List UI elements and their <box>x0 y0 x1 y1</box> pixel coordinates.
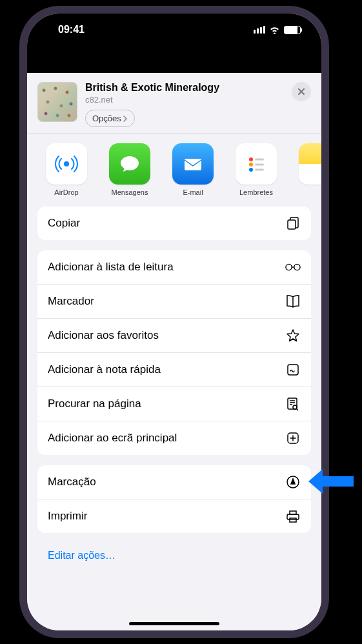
notes-icon <box>299 143 321 185</box>
page-url: c82.net <box>85 95 284 105</box>
action-section-extra: Marcação Imprimir <box>37 465 311 533</box>
svg-point-2 <box>249 157 253 161</box>
findpage-icon <box>285 396 301 412</box>
share-app-notes[interactable] <box>290 143 321 196</box>
svg-rect-1 <box>185 159 201 170</box>
action-label: Adicionar aos favoritos <box>48 329 159 342</box>
status-time: 09:41 <box>48 24 85 35</box>
close-icon <box>297 87 306 96</box>
background-strip <box>27 46 321 73</box>
app-label: E-mail <box>183 188 203 196</box>
action-print[interactable]: Imprimir <box>37 499 311 533</box>
action-label: Adicionar ao ecrã principal <box>48 432 177 445</box>
action-find-on-page[interactable]: Procurar na página <box>37 387 311 421</box>
share-app-airdrop[interactable]: AirDrop <box>37 143 96 196</box>
edit-actions-link[interactable]: Editar ações… <box>27 543 321 568</box>
close-button[interactable] <box>292 82 311 101</box>
action-section-main: Adicionar à lista de leitura Marcador Ad… <box>37 250 311 455</box>
header-info: British & Exotic Mineralogy c82.net Opçõ… <box>85 82 284 127</box>
options-label: Opções <box>92 114 121 123</box>
phone-screen: 09:41 British & Exotic Mineralogy c82.ne… <box>27 14 321 630</box>
page-title: British & Exotic Mineralogy <box>85 82 284 94</box>
action-favorites[interactable]: Adicionar aos favoritos <box>37 319 311 353</box>
app-label: AirDrop <box>54 188 78 196</box>
action-quick-note[interactable]: Adicionar à nota rápida <box>37 353 311 387</box>
status-indicators <box>254 26 301 34</box>
reminders-icon <box>236 143 277 185</box>
action-markup[interactable]: Marcação <box>37 465 311 499</box>
action-label: Procurar na página <box>48 397 141 410</box>
quicknote-icon <box>285 362 301 377</box>
action-label: Imprimir <box>48 510 87 523</box>
action-reading-list[interactable]: Adicionar à lista de leitura <box>37 250 311 285</box>
svg-point-9 <box>286 264 292 270</box>
dynamic-island <box>136 15 213 35</box>
callout-arrow-icon <box>308 468 354 495</box>
markup-icon <box>285 474 301 490</box>
svg-point-4 <box>249 163 253 166</box>
cellular-signal-icon <box>254 26 265 34</box>
book-icon <box>285 294 301 309</box>
airdrop-icon <box>46 143 87 185</box>
svg-rect-8 <box>288 220 296 229</box>
action-label: Copiar <box>48 217 80 230</box>
svg-rect-5 <box>255 164 264 166</box>
action-section-copy: Copiar <box>37 206 311 240</box>
app-label: Mensagens <box>112 188 148 196</box>
print-icon <box>285 508 301 524</box>
mail-icon <box>172 143 214 185</box>
action-label: Adicionar à lista de leitura <box>48 261 174 274</box>
options-button[interactable]: Opções <box>85 110 135 127</box>
action-copy[interactable]: Copiar <box>37 206 311 240</box>
action-label: Marcador <box>48 295 94 308</box>
svg-rect-3 <box>255 159 264 161</box>
share-sheet: British & Exotic Mineralogy c82.net Opçõ… <box>27 73 321 630</box>
svg-point-10 <box>294 264 300 270</box>
copy-icon <box>285 216 301 231</box>
home-indicator[interactable] <box>129 622 219 625</box>
action-add-home-screen[interactable]: Adicionar ao ecrã principal <box>37 421 311 455</box>
share-app-messages[interactable]: Mensagens <box>101 143 159 196</box>
svg-rect-12 <box>288 398 297 409</box>
glasses-icon <box>285 259 301 275</box>
svg-point-6 <box>249 168 253 172</box>
svg-rect-11 <box>288 365 298 375</box>
svg-rect-16 <box>287 514 299 519</box>
addhome-icon <box>285 430 301 446</box>
sheet-header: British & Exotic Mineralogy c82.net Opçõ… <box>27 73 321 134</box>
share-app-mail[interactable]: E-mail <box>164 143 222 196</box>
star-icon <box>285 328 301 343</box>
chevron-right-icon <box>123 116 128 122</box>
wifi-icon <box>269 26 280 34</box>
app-label: Lembretes <box>239 188 273 196</box>
action-bookmark[interactable]: Marcador <box>37 285 311 319</box>
app-share-row[interactable]: AirDrop Mensagens E-mail <box>27 134 321 206</box>
page-thumbnail <box>37 82 77 122</box>
svg-point-0 <box>64 161 69 166</box>
battery-icon <box>284 26 301 34</box>
svg-rect-7 <box>255 169 264 171</box>
messages-icon <box>109 143 150 185</box>
svg-point-13 <box>293 405 297 409</box>
phone-frame: 09:41 British & Exotic Mineralogy c82.ne… <box>19 6 329 638</box>
share-app-reminders[interactable]: Lembretes <box>227 143 285 196</box>
action-label: Marcação <box>48 476 96 488</box>
svg-rect-18 <box>290 518 296 522</box>
action-label: Adicionar à nota rápida <box>48 363 161 376</box>
svg-rect-17 <box>290 511 296 514</box>
